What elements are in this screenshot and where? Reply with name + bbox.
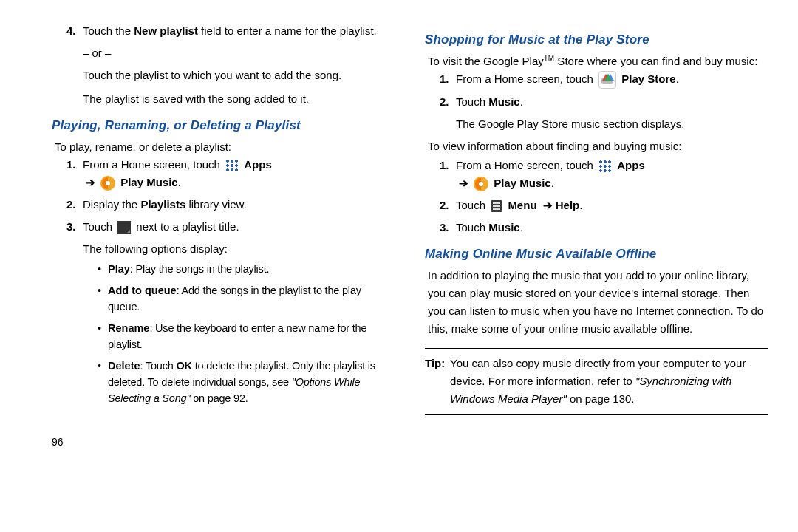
shop-steps: 1. From a Home screen, touch Play Store.…	[425, 70, 768, 133]
step4-result: The playlist is saved with the song adde…	[83, 90, 395, 108]
page-number: 96	[52, 434, 395, 450]
options-list: Play: Play the songs in the playlist. Ad…	[83, 261, 395, 407]
istep-1: 1. From a Home screen, touch Apps ➔ Play…	[440, 157, 768, 192]
pstep-3: 3. Touch next to a playlist title. The f…	[66, 218, 395, 412]
tip-box: Tip: You can also copy music directly fr…	[425, 348, 768, 415]
istep-3: 3. Touch Music.	[440, 219, 768, 236]
shop-intro: To visit the Google PlayTM Store where y…	[428, 52, 768, 70]
arrow-icon: ➔	[83, 176, 98, 188]
arrow-icon: ➔	[456, 177, 471, 189]
opt-delete: Delete: Touch OK to delete the playlist.…	[98, 358, 395, 407]
play-music-icon	[474, 177, 488, 191]
sstep-2: 2. Touch Music. The Google Play Store mu…	[440, 93, 768, 133]
arrow-icon: ➔	[540, 199, 556, 211]
opt-play: Play: Play the songs in the playlist.	[98, 261, 395, 277]
step-body: Touch the New playlist field to enter a …	[83, 22, 395, 108]
istep-2: 2. Touch Menu ➔Help.	[440, 197, 768, 214]
opt-add: Add to queue: Add the songs in the playl…	[98, 282, 395, 316]
right-column: Shopping for Music at the Play Store To …	[425, 22, 768, 450]
tip-label: Tip:	[425, 355, 450, 408]
subheading-shopping: Shopping for Music at the Play Store	[425, 30, 768, 50]
manual-page: 4. Touch the New playlist field to enter…	[0, 0, 798, 457]
apps-icon	[598, 160, 612, 173]
overflow-icon	[117, 221, 131, 234]
info-intro: To view information about finding and bu…	[428, 137, 768, 155]
or-text: – or –	[83, 44, 395, 62]
tip-body: You can also copy music directly from yo…	[450, 355, 768, 408]
subheading-playing: Playing, Renaming, or Deleting a Playlis…	[52, 115, 395, 135]
step4-alt: Touch the playlist to which you want to …	[83, 66, 395, 84]
tm-mark: TM	[544, 54, 554, 62]
subheading-offline: Making Online Music Available Offline	[425, 244, 768, 264]
intro-text: To play, rename, or delete a playlist:	[55, 138, 395, 156]
info-steps: 1. From a Home screen, touch Apps ➔ Play…	[425, 157, 768, 236]
step-4: 4. Touch the New playlist field to enter…	[66, 22, 395, 108]
playlist-steps: 1. From a Home screen, touch Apps ➔ Play…	[52, 156, 395, 412]
sstep-1: 1. From a Home screen, touch Play Store.	[440, 70, 768, 89]
continued-steps: 4. Touch the New playlist field to enter…	[52, 22, 395, 108]
opt-rename: Rename: Use the keyboard to enter a new …	[98, 320, 395, 353]
play-music-icon	[100, 176, 115, 191]
left-column: 4. Touch the New playlist field to enter…	[52, 22, 395, 450]
offline-para: In addition to playing the music that yo…	[428, 267, 768, 338]
pstep-2: 2. Display the Playlists library view.	[66, 196, 395, 214]
menu-icon	[491, 200, 502, 212]
apps-icon	[225, 159, 239, 172]
step-number: 4.	[66, 22, 83, 108]
play-store-icon	[598, 71, 616, 89]
pstep-1: 1. From a Home screen, touch Apps ➔ Play…	[66, 156, 395, 191]
